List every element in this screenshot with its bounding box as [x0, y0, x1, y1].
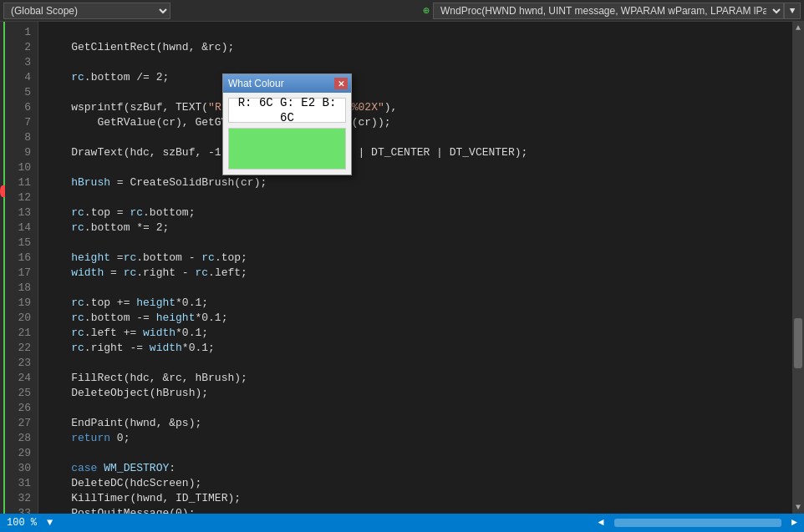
code-line: height =rc.bottom - rc.top; — [45, 251, 786, 266]
code-line: rc.top += height*0.1; — [45, 296, 786, 311]
code-line: wsprintf(szBuf, TEXT("R: %02X B: %02X B:… — [45, 100, 786, 115]
code-line: rc.top = rc.bottom; — [45, 205, 786, 220]
code-line: DeleteObject(hBrush); — [45, 386, 786, 401]
code-line — [45, 130, 786, 145]
dialog-color-text: R: 6C G: E2 B: 6C — [228, 98, 346, 123]
code-line — [45, 55, 786, 70]
top-toolbar: (Global Scope) ⊕ WndProc(HWND hwnd, UINT… — [0, 0, 804, 22]
code-line: DrawText(hdc, szBuf, -1, &rc, DT_SINGLEL… — [45, 145, 786, 160]
code-line: rc.right -= width*0.1; — [45, 341, 786, 356]
zoom-label: 100 % — [7, 517, 37, 529]
code-editor[interactable]: GetClientRect(hwnd, &rc); rc.bottom /= 2… — [38, 22, 792, 514]
scroll-right-button[interactable]: ► — [791, 517, 797, 529]
code-line — [45, 401, 786, 416]
code-line: return 0; — [45, 431, 786, 446]
dialog-close-button[interactable]: ✕ — [334, 78, 348, 89]
code-line: case WM_DESTROY: — [45, 461, 786, 476]
code-line — [45, 236, 786, 251]
editor-area: 1234567891011121314151617181920212223242… — [0, 22, 804, 514]
breakpoint-indicator — [0, 185, 5, 197]
code-line — [45, 446, 786, 461]
code-line — [45, 190, 786, 205]
what-colour-dialog: What Colour ✕ R: 6C G: E2 B: 6C — [222, 73, 352, 175]
scroll-down-button[interactable]: ▼ — [794, 501, 802, 514]
code-line — [45, 356, 786, 371]
code-line: FillRect(hdc, &rc, hBrush); — [45, 371, 786, 386]
line-numbers: 1234567891011121314151617181920212223242… — [5, 22, 38, 514]
horizontal-scrollbar[interactable] — [614, 519, 781, 527]
scope-select[interactable]: (Global Scope) — [3, 3, 170, 19]
code-line: rc.bottom /= 2; — [45, 70, 786, 85]
code-line — [45, 25, 786, 40]
code-line: KillTimer(hwnd, ID_TIMER); — [45, 491, 786, 506]
status-bar: 100 % ▼ ◄ ► — [0, 514, 804, 532]
vertical-scrollbar[interactable]: ▲ ▼ — [792, 22, 804, 514]
code-line: rc.left += width*0.1; — [45, 326, 786, 341]
func-select[interactable]: WndProc(HWND hwnd, UINT message, WPARAM … — [433, 3, 784, 19]
code-line: PostQuitMessage(0); — [45, 506, 786, 514]
code-line: width = rc.right - rc.left; — [45, 266, 786, 281]
code-line: rc.bottom *= 2; — [45, 220, 786, 236]
scroll-left-button[interactable]: ◄ — [598, 517, 604, 529]
func-icon: ⊕ — [423, 4, 430, 18]
dialog-title: What Colour — [228, 76, 284, 91]
dialog-titlebar: What Colour ✕ — [223, 74, 351, 93]
code-line — [45, 85, 786, 100]
code-line: DeleteDC(hdcScreen); — [45, 476, 786, 491]
code-line: GetClientRect(hwnd, &rc); — [45, 40, 786, 55]
code-line: rc.bottom -= height*0.1; — [45, 311, 786, 326]
dialog-container: What Colour ✕ R: 6C G: E2 B: 6C — [222, 73, 352, 175]
dialog-color-preview — [228, 128, 346, 170]
func-arrow[interactable]: ▼ — [784, 3, 801, 19]
code-line — [45, 160, 786, 175]
code-line: GetRValue(cr), GetGValue(cr), GetBValue(… — [45, 115, 786, 130]
scrollbar-thumb[interactable] — [794, 318, 802, 368]
code-line: EndPaint(hwnd, &ps); — [45, 416, 786, 431]
left-margin — [0, 22, 5, 514]
code-line — [45, 281, 786, 296]
change-indicator — [3, 22, 5, 514]
scroll-up-button[interactable]: ▲ — [794, 22, 802, 34]
code-line: hBrush = CreateSolidBrush(cr); — [45, 175, 786, 190]
zoom-arrow[interactable]: ▼ — [47, 517, 53, 529]
